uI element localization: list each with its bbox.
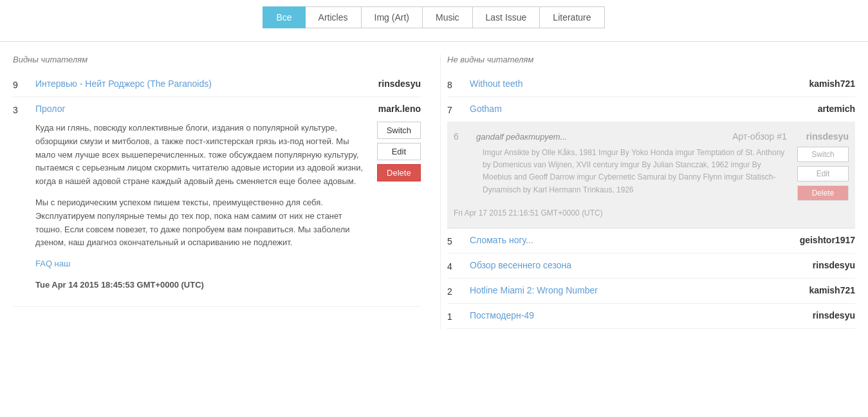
article-title[interactable]: Without teeth (470, 79, 523, 89)
article-expanded: 3 Пролог mark.leno Куда ни глянь, повсюд… (13, 97, 421, 307)
article-title[interactable]: Обзор весеннего сезона (470, 260, 571, 270)
faq-link[interactable]: FAQ наш (35, 259, 70, 268)
editing-timestamp: Fri Apr 17 2015 21:16:51 GMT+0000 (UTC) (447, 206, 855, 223)
article-author: kamish721 (809, 79, 855, 89)
article-timestamp: Tue Apr 14 2015 18:45:53 GMT+0000 (UTC) (35, 279, 364, 292)
editing-edit-button[interactable]: Edit (797, 166, 849, 181)
left-section-title: Видны читателям (13, 55, 421, 64)
article-author: artemich (818, 104, 855, 114)
tab-music[interactable]: Music (422, 6, 473, 28)
article-paragraph-1: Куда ни глянь, повсюду коллективные блог… (35, 122, 364, 189)
right-section-title: Не видны читателям (447, 55, 855, 64)
article-number: 9 (13, 79, 35, 90)
article-actions: Switch Edit Delete (364, 122, 421, 300)
tab-img-art[interactable]: Img (Art) (361, 6, 423, 28)
article-expanded-number: 3 (13, 104, 35, 115)
article-author: rinsdesyu (813, 310, 855, 320)
article-author: kamish721 (809, 285, 855, 295)
left-panel: Видны читателям 9 Интервью - Нейт Роджер… (13, 55, 440, 329)
editing-user-label: gandalf редактирует... (476, 132, 732, 142)
article-title[interactable]: Постмодерн-49 (470, 310, 534, 320)
tab-all[interactable]: Все (263, 6, 305, 28)
editing-delete-button[interactable]: Delete (797, 185, 849, 201)
article-body: Куда ни глянь, повсюду коллективные блог… (35, 122, 364, 300)
article-number: 2 (447, 285, 470, 297)
article-title[interactable]: Сломать ногу... (470, 235, 533, 245)
article-paragraph-2: Мы с периодическим успехом пишем тексты,… (35, 196, 364, 250)
article-row-inner: Hotline Miami 2: Wrong Number kamish721 (470, 285, 855, 295)
article-row-inner: Сломать ногу... geishtor1917 (470, 235, 855, 245)
tabs-bar: Все Articles Img (Art) Music Last Issue … (0, 0, 868, 42)
editing-header: 6 gandalf редактирует... Арт-обзор #1 ri… (447, 127, 855, 142)
spacer (13, 122, 35, 300)
editing-imgur-text: Imgur Ansikte by Olle Kåks, 1981 Imgur B… (483, 147, 791, 201)
article-row-inner: Without teeth kamish721 (470, 79, 855, 89)
table-row: 2 Hotline Miami 2: Wrong Number kamish72… (447, 279, 855, 304)
main-content: Видны читателям 9 Интервью - Нейт Роджер… (0, 55, 868, 329)
expanded-article-title[interactable]: Пролог (35, 104, 66, 114)
expanded-body-wrapper: Куда ни глянь, повсюду коллективные блог… (13, 122, 421, 300)
edit-button[interactable]: Edit (377, 143, 421, 160)
editing-title: Арт-обзор #1 (732, 131, 787, 142)
delete-button[interactable]: Delete (377, 164, 421, 181)
article-expanded-header: 3 Пролог mark.leno (13, 104, 421, 115)
editing-status: редактирует... (506, 132, 567, 142)
article-author: geishtor1917 (800, 235, 855, 245)
table-row: 7 Gotham artemich (447, 97, 855, 122)
table-row: 5 Сломать ногу... geishtor1917 (447, 228, 855, 254)
table-row: 4 Обзор весеннего сезона rinsdesyu (447, 254, 855, 279)
article-number: 8 (447, 79, 470, 90)
editing-row: 6 gandalf редактирует... Арт-обзор #1 ri… (447, 122, 855, 228)
article-row-inner: Постмодерн-49 rinsdesyu (470, 310, 855, 320)
tab-last-issue[interactable]: Last Issue (472, 6, 540, 28)
article-number: 5 (447, 235, 470, 246)
table-row: 9 Интервью - Нейт Роджерс (The Paranoids… (13, 72, 421, 97)
spacer (454, 147, 476, 201)
editing-switch-button[interactable]: Switch (797, 147, 849, 162)
table-row: 8 Without teeth kamish721 (447, 72, 855, 97)
editing-number: 6 (454, 131, 476, 142)
article-row-inner: Обзор весеннего сезона rinsdesyu (470, 260, 855, 270)
editing-content: Imgur Ansikte by Olle Kåks, 1981 Imgur B… (447, 142, 855, 206)
right-panel: Не видны читателям 8 Without teeth kamis… (440, 55, 855, 329)
tab-literature[interactable]: Literature (539, 6, 604, 28)
article-number: 1 (447, 310, 470, 322)
article-title[interactable]: Интервью - Нейт Роджерс (The Paranoids) (35, 79, 212, 89)
article-number: 4 (447, 260, 470, 272)
article-title[interactable]: Gotham (470, 104, 502, 114)
article-title[interactable]: Hotline Miami 2: Wrong Number (470, 285, 598, 295)
article-author: rinsdesyu (378, 79, 421, 89)
expanded-article-author: mark.leno (378, 104, 421, 114)
switch-button[interactable]: Switch (377, 122, 421, 139)
article-number: 7 (447, 104, 470, 115)
tab-articles[interactable]: Articles (305, 6, 362, 28)
editing-actions: Switch Edit Delete (797, 147, 849, 201)
article-row-inner: Gotham artemich (470, 104, 855, 114)
editing-author: rinsdesyu (806, 131, 849, 142)
table-row: 1 Постмодерн-49 rinsdesyu (447, 304, 855, 329)
article-row-inner: Интервью - Нейт Роджерс (The Paranoids) … (35, 79, 421, 89)
editing-username: gandalf (476, 132, 504, 142)
article-author: rinsdesyu (813, 260, 855, 270)
